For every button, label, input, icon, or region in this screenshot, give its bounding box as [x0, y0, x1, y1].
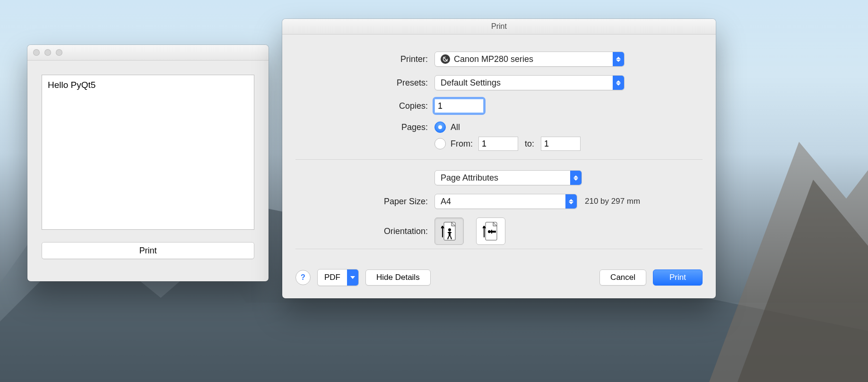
print-dialog-title: Print — [282, 22, 716, 31]
copies-input[interactable] — [434, 99, 484, 113]
pages-from-label: From: — [451, 139, 473, 149]
print-dialog-titlebar[interactable]: Print — [282, 19, 716, 35]
print-dialog: Print Printer: Canon MP280 series — [282, 19, 716, 298]
updown-icon — [565, 194, 577, 208]
pages-from-input[interactable] — [478, 137, 518, 151]
pages-to-label: to: — [525, 139, 534, 149]
orientation-landscape-button[interactable] — [476, 217, 505, 245]
presets-select[interactable]: Default Settings — [434, 75, 625, 90]
divider — [295, 249, 703, 249]
help-button[interactable]: ? — [295, 270, 311, 285]
portrait-icon — [441, 221, 457, 241]
landscape-icon — [483, 221, 499, 241]
svg-point-4 — [488, 230, 491, 233]
orientation-portrait-button[interactable] — [434, 217, 464, 245]
paper-dimensions: 210 by 297 mm — [585, 197, 640, 206]
text-edit[interactable] — [42, 75, 254, 230]
zoom-icon[interactable] — [56, 49, 62, 56]
paper-size-selected: A4 — [441, 197, 451, 207]
paper-size-select[interactable]: A4 — [434, 194, 577, 209]
updown-icon — [613, 76, 624, 90]
app-window: Print — [27, 45, 269, 281]
presets-label: Presets: — [295, 78, 434, 88]
pages-all-radio[interactable] — [434, 122, 446, 133]
chevron-down-icon — [347, 269, 358, 286]
close-icon[interactable] — [33, 49, 40, 56]
paper-size-label: Paper Size: — [295, 197, 434, 207]
pages-all-label: All — [451, 122, 460, 132]
hide-details-button[interactable]: Hide Details — [365, 269, 431, 286]
section-selected: Page Attributes — [441, 173, 498, 183]
pdf-menu-button[interactable]: PDF — [317, 269, 359, 286]
copies-label: Copies: — [295, 101, 434, 111]
pages-range-radio[interactable] — [434, 138, 446, 149]
cancel-button[interactable]: Cancel — [599, 269, 646, 286]
printer-status-icon — [441, 54, 450, 64]
pages-to-input[interactable] — [541, 137, 581, 151]
pdf-label: PDF — [318, 269, 347, 286]
print-button[interactable]: Print — [653, 269, 703, 286]
section-select[interactable]: Page Attributes — [434, 170, 582, 185]
divider — [295, 159, 703, 160]
app-print-button[interactable]: Print — [42, 242, 254, 259]
updown-icon — [613, 52, 624, 66]
printer-selected: Canon MP280 series — [454, 54, 533, 64]
printer-label: Printer: — [295, 54, 434, 64]
printer-select[interactable]: Canon MP280 series — [434, 52, 625, 67]
minimize-icon[interactable] — [44, 49, 51, 56]
presets-selected: Default Settings — [441, 78, 501, 88]
orientation-label: Orientation: — [295, 226, 434, 236]
pages-label: Pages: — [295, 122, 434, 132]
updown-icon — [570, 171, 582, 185]
app-titlebar[interactable] — [27, 45, 269, 61]
svg-point-1 — [448, 228, 451, 231]
